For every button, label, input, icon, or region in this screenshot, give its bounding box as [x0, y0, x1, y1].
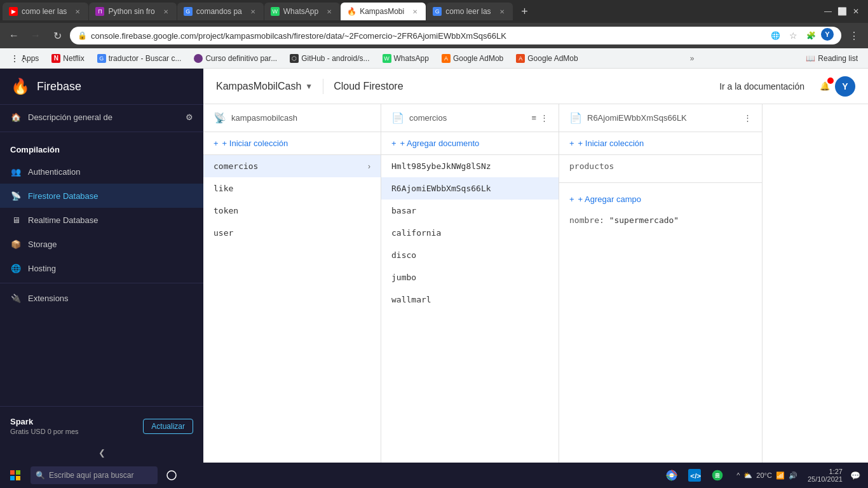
bookmark-google[interactable]: G traductor - Buscar c... — [92, 53, 187, 64]
notifications-button[interactable]: 💬 — [848, 468, 863, 483]
bookmark-github[interactable]: ⬡ GitHub - android/s... — [285, 53, 374, 64]
col-item-comercios[interactable]: comercios › — [203, 155, 381, 177]
bookmark-whatsapp-label: WhatsApp — [394, 54, 429, 63]
sidebar-item-overview[interactable]: 🏠 Descripción general de ⚙ — [0, 105, 203, 129]
svg-rect-2 — [10, 476, 15, 480]
field-nombre-value: "supermercado" — [609, 215, 679, 225]
doc-disco[interactable]: disco — [381, 244, 559, 266]
project-name: KampasMobilCash — [216, 81, 301, 92]
tab-3[interactable]: G comandos pa ✕ — [177, 3, 264, 20]
sidebar-item-storage[interactable]: 📦 Storage — [0, 232, 203, 256]
col-item-user[interactable]: user — [203, 222, 381, 244]
doc-basar[interactable]: basar — [381, 200, 559, 222]
more-bookmarks-button[interactable]: » — [685, 53, 700, 64]
col-item-token[interactable]: token — [203, 200, 381, 222]
bookmark-google-label: traductor - Buscar c... — [109, 54, 182, 63]
tab-4[interactable]: W WhatsApp ✕ — [264, 3, 340, 20]
sidebar-item-hosting[interactable]: 🌐 Hosting — [0, 256, 203, 280]
add-field-button[interactable]: + + Agregar campo — [559, 188, 762, 210]
chrome-taskbar-icon[interactable] — [663, 466, 681, 484]
forward-button[interactable]: → — [27, 27, 44, 44]
plus-icon-3: + — [569, 139, 574, 148]
volume-icon[interactable]: 🔊 — [789, 471, 797, 480]
tab-4-close[interactable]: ✕ — [325, 7, 334, 16]
minimize-button[interactable]: — — [824, 7, 832, 16]
storage-icon: 📦 — [10, 238, 22, 250]
tab-5-close[interactable]: ✕ — [410, 7, 419, 16]
sidebar-item-extensions[interactable]: 🔌 Extensions — [0, 286, 203, 310]
time-display: 1:27 25/10/2021 — [808, 468, 843, 483]
sidebar-item-firestore[interactable]: 📡 Firestore Database — [0, 184, 203, 208]
project-selector[interactable]: KampasMobilCash ▼ — [216, 81, 313, 92]
tab-1-close[interactable]: ✕ — [73, 7, 82, 16]
menu-button[interactable]: ⋮ — [845, 27, 863, 44]
taskbar-search-bar[interactable]: 🔍 Escribe aquí para buscar — [31, 466, 158, 484]
tab-3-close[interactable]: ✕ — [248, 7, 257, 16]
doc-r6ajomi[interactable]: R6AjomiEWbbXmSqs66Lk — [381, 177, 559, 200]
bookmark-netflix[interactable]: N Netflix — [46, 53, 89, 64]
add-collection-button-1[interactable]: + + Iniciar colección — [203, 132, 381, 155]
more-icon[interactable]: ⋮ — [540, 113, 548, 123]
collapse-sidebar-button[interactable]: ❮ — [0, 443, 203, 463]
col-3-header: 📄 R6AjomiEWbbXmSqs66LK ⋮ — [559, 104, 762, 132]
reading-list-button[interactable]: 📖 Reading list — [801, 53, 863, 64]
reload-button[interactable]: ↻ — [48, 27, 66, 44]
doc-jumbo[interactable]: jumbo — [381, 266, 559, 288]
col-1-header-icon: 📡 — [214, 112, 226, 124]
col-3-more-icon[interactable]: ⋮ — [743, 113, 752, 123]
compilacion-label: Compilación — [0, 135, 203, 159]
spotify-taskbar-icon[interactable] — [709, 466, 726, 484]
filter-icon[interactable]: ≡ — [531, 113, 536, 123]
bookmark-admob2[interactable]: A Google AdMob — [511, 53, 583, 64]
doc-wallmarl[interactable]: wallmarl — [381, 288, 559, 311]
bookmark-whatsapp[interactable]: W WhatsApp — [377, 53, 434, 64]
sidebar-item-authentication[interactable]: 👥 Authentication — [0, 159, 203, 184]
doc-wallmarl-label: wallmarl — [391, 295, 431, 304]
profile-icon[interactable]: Y — [821, 28, 834, 41]
doc-california[interactable]: california — [381, 222, 559, 244]
extensions-icon: 🔌 — [10, 292, 22, 304]
new-tab-button[interactable]: + — [516, 3, 534, 20]
spark-subtitle: Gratis USD 0 por mes — [10, 428, 79, 435]
hosting-icon: 🌐 — [10, 262, 22, 274]
bookmark-star-icon[interactable]: ☆ — [785, 28, 801, 43]
translate-icon[interactable]: 🌐 — [768, 28, 783, 43]
col-2-header-title: comercios — [409, 113, 526, 123]
start-button[interactable] — [5, 465, 25, 485]
notification-bell-button[interactable]: 🔔 — [815, 76, 835, 97]
actualizar-button[interactable]: Actualizar — [143, 419, 193, 434]
subcollection-productos[interactable]: productos — [559, 155, 762, 177]
admob1-icon: A — [442, 54, 451, 63]
settings-icon[interactable]: ⚙ — [186, 112, 193, 122]
col-item-like[interactable]: like — [203, 177, 381, 200]
restore-button[interactable]: ⬜ — [837, 7, 846, 16]
tab-2-close[interactable]: ✕ — [161, 7, 170, 16]
bookmark-admob1[interactable]: A Google AdMob — [437, 53, 508, 64]
bookmark-curso[interactable]: Curso definitivo par... — [189, 53, 282, 64]
add-document-button[interactable]: + + Agregar documento — [381, 132, 559, 155]
vscode-taskbar-icon[interactable]: </> — [686, 466, 703, 484]
tray-chevron-icon[interactable]: ^ — [736, 471, 740, 479]
tab-2[interactable]: Π Python sin fro ✕ — [89, 3, 176, 20]
task-view-button[interactable] — [163, 466, 180, 484]
sidebar-item-realtime[interactable]: 🖥 Realtime Database — [0, 208, 203, 232]
svg-rect-0 — [10, 470, 15, 475]
back-button[interactable]: ← — [5, 27, 23, 44]
extensions-icon[interactable]: 🧩 — [803, 28, 818, 43]
bookmark-apps[interactable]: ⋮⋮ Apps — [5, 53, 44, 64]
tab-6-close[interactable]: ✕ — [498, 7, 506, 16]
window-controls: — ⬜ ✕ — [824, 7, 865, 16]
address-bar-row: ← → ↻ 🔒 console.firebase.google.com/proj… — [0, 23, 868, 48]
tab-1[interactable]: ▶ como leer las ✕ — [3, 3, 88, 20]
tab-6[interactable]: G como leer las ✕ — [426, 3, 512, 20]
realtime-label: Realtime Database — [28, 215, 98, 225]
address-bar[interactable]: 🔒 console.firebase.google.com/project/ka… — [70, 27, 841, 44]
sidebar-separator-2 — [0, 283, 203, 283]
dropdown-arrow-icon: ▼ — [305, 82, 313, 91]
close-button[interactable]: ✕ — [851, 7, 860, 16]
add-subcollection-button[interactable]: + + Iniciar colección — [559, 132, 762, 155]
doc-hmlt[interactable]: Hmlt985ybeJkNWg8lSNz — [381, 155, 559, 177]
doc-link[interactable]: Ir a la documentación — [719, 81, 804, 92]
tab-5[interactable]: 🔥 KampasMobi ✕ — [341, 3, 426, 20]
user-avatar[interactable]: Y — [835, 76, 855, 97]
